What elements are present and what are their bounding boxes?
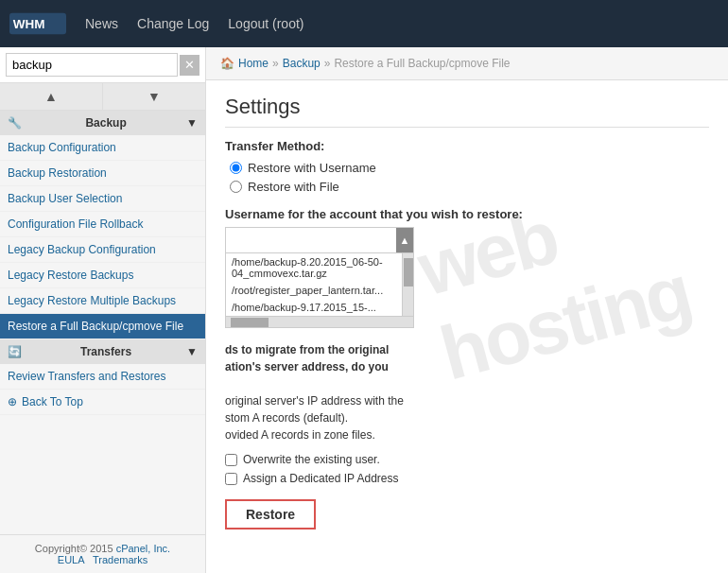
breadcrumb-current: Restore a Full Backup/cpmove File [334, 57, 510, 70]
news-nav-link[interactable]: News [85, 16, 118, 31]
footer-eula-link[interactable]: EULA [58, 554, 84, 565]
footer-copyright: Copyright© 2015 [35, 543, 113, 554]
dropdown-scrollbar[interactable] [402, 253, 413, 316]
sidebar-item-restore-full-backup[interactable]: Restore a Full Backup/cpmove File [0, 314, 205, 339]
radio-username-text: Restore with Username [248, 161, 376, 175]
checkbox-overwrite-label[interactable]: Overwrite the existing user. [225, 453, 709, 466]
breadcrumb-home-icon: 🏠 [220, 57, 234, 70]
dropdown-scroll-container: /home/backup-8.20.2015_06-50-04_cmmovexc… [226, 253, 413, 316]
search-input[interactable]: backup [6, 53, 178, 77]
transfer-method-section: Transfer Method: Restore with Username R… [225, 139, 709, 194]
scroll-up-button[interactable]: ▲ [0, 83, 103, 110]
top-navigation: WHM News Change Log Logout (root) [0, 0, 728, 47]
footer-company-link[interactable]: cPanel, Inc. [116, 543, 170, 554]
dropdown-container: ▲ /home/backup-8.20.2015_06-50-04_cmmove… [225, 227, 414, 328]
backup-section-label: Backup [85, 116, 126, 130]
svg-text:WHM: WHM [13, 17, 45, 31]
changelog-nav-link[interactable]: Change Log [137, 16, 209, 31]
checkbox-ip-text: Assign a Dedicated IP Address [243, 472, 399, 485]
main-content: 🏠 Home » Backup » Restore a Full Backup/… [206, 47, 728, 573]
backup-section-icon: 🔧 [8, 116, 22, 130]
sidebar-scroll-arrows: ▲ ▼ [0, 83, 205, 111]
content-area: webhosting Settings Transfer Method: Res… [206, 80, 728, 544]
whm-logo: WHM [9, 9, 66, 38]
checkbox-ip-input[interactable] [225, 473, 237, 485]
restore-button[interactable]: Restore [225, 499, 316, 530]
radio-username-label[interactable]: Restore with Username [230, 161, 709, 175]
breadcrumb-sep1: » [272, 57, 279, 70]
settings-title: Settings [225, 95, 709, 128]
sidebar-item-backup-configuration[interactable]: Backup Configuration [0, 135, 205, 161]
back-to-top-button[interactable]: ⊕ Back To Top [0, 390, 205, 415]
sidebar-section-transfers[interactable]: 🔄 Transfers ▼ [0, 339, 205, 364]
dropdown-input-row: ▲ [225, 227, 414, 253]
info-text-area: ds to migrate from the originalation's s… [225, 341, 622, 443]
checkbox-overwrite-input[interactable] [225, 454, 237, 466]
logout-nav-link[interactable]: Logout (root) [228, 16, 303, 31]
sidebar-footer: Copyright© 2015 cPanel, Inc. EULA Tradem… [0, 534, 205, 573]
transfers-section-label: Transfers [80, 345, 131, 358]
main-layout: backup ✕ ▲ ▼ 🔧 Backup ▼ Backup Configura… [0, 47, 728, 573]
checkbox-ip-label[interactable]: Assign a Dedicated IP Address [225, 472, 709, 485]
radio-username-input[interactable] [230, 162, 242, 174]
sidebar-section-backup[interactable]: 🔧 Backup ▼ [0, 111, 205, 135]
breadcrumb-backup-link[interactable]: Backup [283, 57, 321, 70]
dropdown-list-content: /home/backup-8.20.2015_06-50-04_cmmovexc… [226, 253, 402, 316]
breadcrumb: 🏠 Home » Backup » Restore a Full Backup/… [206, 47, 728, 80]
dropdown-arrow-button[interactable]: ▲ [396, 228, 413, 252]
transfer-method-label: Transfer Method: [225, 139, 709, 153]
info-bold-1: ds to migrate from the originalation's s… [225, 343, 389, 373]
radio-file-label[interactable]: Restore with File [230, 180, 709, 194]
backup-section-chevron: ▼ [186, 116, 198, 130]
sidebar-items-list: 🔧 Backup ▼ Backup Configuration Backup R… [0, 111, 205, 534]
sidebar: backup ✕ ▲ ▼ 🔧 Backup ▼ Backup Configura… [0, 47, 206, 573]
dropdown-list: /home/backup-8.20.2015_06-50-04_cmmovexc… [225, 253, 414, 328]
radio-file-input[interactable] [230, 181, 242, 193]
checkbox-group: Overwrite the existing user. Assign a De… [225, 453, 709, 485]
info-text-1: ds to migrate from the originalation's s… [225, 341, 622, 375]
username-label: Username for the account that you wish t… [225, 207, 709, 221]
dropdown-option-0[interactable]: /home/backup-8.20.2015_06-50-04_cmmovexc… [226, 253, 402, 282]
sidebar-item-backup-restoration[interactable]: Backup Restoration [0, 161, 205, 186]
info-text-3: ovided A records in zone files. [225, 426, 622, 443]
radio-file-text: Restore with File [248, 180, 339, 194]
back-to-top-icon: ⊕ [8, 395, 17, 408]
dropdown-bottom-scrollbar[interactable] [226, 316, 413, 327]
dropdown-scrollbar-thumb[interactable] [404, 258, 413, 286]
dropdown-option-1[interactable]: /root/register_paper_lantern.tar... [226, 282, 402, 299]
scroll-down-button[interactable]: ▼ [103, 83, 205, 110]
radio-group: Restore with Username Restore with File [230, 161, 709, 194]
checkbox-overwrite-text: Overwrite the existing user. [243, 453, 380, 466]
transfers-section-chevron: ▼ [186, 345, 198, 358]
transfers-section-icon: 🔄 [8, 345, 22, 358]
info-text-2: original server's IP address with thesto… [225, 392, 622, 426]
sidebar-item-legacy-backup-config[interactable]: Legacy Backup Configuration [0, 237, 205, 263]
breadcrumb-home-link[interactable]: Home [238, 57, 269, 70]
dropdown-option-2[interactable]: /home/backup-9.17.2015_15-... [226, 299, 402, 316]
sidebar-item-legacy-restore-backups[interactable]: Legacy Restore Backups [0, 263, 205, 288]
search-clear-button[interactable]: ✕ [180, 55, 199, 76]
sidebar-item-review-transfers[interactable]: Review Transfers and Restores [0, 364, 205, 390]
back-to-top-label: Back To Top [22, 395, 83, 408]
username-dropdown-input[interactable] [226, 228, 396, 252]
sidebar-item-config-file-rollback[interactable]: Configuration File Rollback [0, 212, 205, 237]
sidebar-search-container: backup ✕ [0, 47, 205, 83]
dropdown-bottom-scrollbar-thumb[interactable] [231, 318, 269, 327]
sidebar-item-backup-user-selection[interactable]: Backup User Selection [0, 186, 205, 212]
breadcrumb-sep2: » [324, 57, 331, 70]
sidebar-item-legacy-restore-multiple[interactable]: Legacy Restore Multiple Backups [0, 288, 205, 314]
footer-trademarks-link[interactable]: Trademarks [93, 554, 147, 565]
username-section: Username for the account that you wish t… [225, 207, 709, 328]
